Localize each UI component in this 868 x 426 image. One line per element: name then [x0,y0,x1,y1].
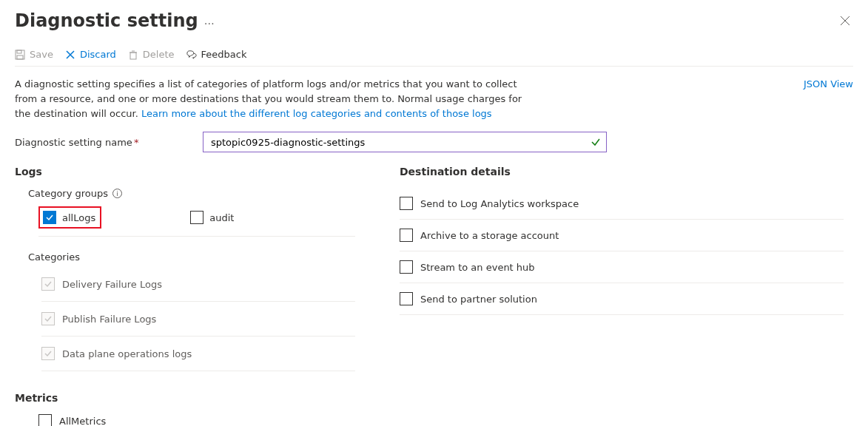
checkbox-icon [400,292,413,305]
delete-label: Delete [143,49,175,60]
checkbox-icon [190,211,203,224]
checkbox-disabled-icon [41,277,55,291]
alllogs-checkbox-item[interactable]: allLogs [43,211,95,224]
json-view-link[interactable]: JSON View [804,77,853,89]
logs-heading: Logs [15,166,355,178]
destination-label: Stream to an event hub [420,262,535,273]
discard-button[interactable]: Discard [65,49,116,60]
checkbox-icon [400,260,413,274]
allmetrics-checkbox-item[interactable]: AllMetrics [38,414,355,426]
page-header: Diagnostic setting … [15,10,853,31]
close-button[interactable] [837,13,853,29]
destination-item[interactable]: Send to Log Analytics workspace [400,188,844,220]
save-label: Save [30,49,53,60]
save-button[interactable]: Save [15,49,53,60]
feedback-button[interactable]: Feedback [186,49,247,60]
destinations-list: Send to Log Analytics workspace Archive … [400,188,844,315]
categories-list: Delivery Failure Logs Publish Failure Lo… [41,267,355,371]
feedback-label: Feedback [201,49,247,60]
valid-check-icon [591,137,601,147]
destination-label: Send to partner solution [420,294,537,305]
category-label: Delivery Failure Logs [62,279,162,290]
toolbar: Save Discard Delete Feedback [15,49,853,67]
info-icon[interactable]: i [112,189,122,198]
svg-rect-2 [17,55,23,59]
more-actions-button[interactable]: … [204,15,215,27]
setting-name-input[interactable] [203,132,607,152]
delete-button[interactable]: Delete [128,49,175,60]
category-groups-label: Category groups i [28,188,355,199]
category-groups-row: allLogs audit [38,206,355,237]
save-icon [15,50,25,60]
svg-rect-3 [130,53,136,59]
delete-icon [128,50,138,60]
feedback-icon [186,50,197,60]
alllogs-label: allLogs [62,212,95,223]
discard-icon [65,50,75,60]
setting-name-row: Diagnostic setting name* [15,132,853,152]
svg-rect-1 [17,50,21,53]
category-item[interactable]: Publish Failure Logs [41,302,355,337]
checkbox-disabled-icon [41,347,55,360]
destination-item[interactable]: Send to partner solution [400,283,844,315]
setting-name-label: Diagnostic setting name* [15,137,192,148]
category-item[interactable]: Data plane operations logs [41,337,355,371]
metrics-heading: Metrics [15,392,355,404]
destinations-heading: Destination details [400,166,844,178]
audit-checkbox-item[interactable]: audit [190,206,234,229]
learn-more-link[interactable]: Learn more about the different log categ… [141,108,492,119]
category-item[interactable]: Delivery Failure Logs [41,267,355,302]
setting-name-input-wrap [203,132,607,152]
discard-label: Discard [80,49,116,60]
category-label: Publish Failure Logs [62,314,156,325]
checkbox-disabled-icon [41,312,55,325]
close-icon [840,16,850,26]
destination-item[interactable]: Stream to an event hub [400,251,844,283]
page-title: Diagnostic setting [15,10,198,31]
checkbox-icon [400,197,413,210]
checkbox-icon [38,414,52,426]
main-columns: Logs Category groups i allLogs audit Cat… [15,166,853,426]
destinations-column: Destination details Send to Log Analytic… [400,166,844,315]
categories-label: Categories [28,251,355,263]
title-group: Diagnostic setting … [15,10,215,31]
category-label: Data plane operations logs [62,348,192,359]
audit-label: audit [209,212,234,223]
description-text: A diagnostic setting specifies a list of… [15,77,533,121]
allmetrics-label: AllMetrics [59,416,106,426]
alllogs-highlight: allLogs [38,206,101,229]
destination-label: Archive to a storage account [420,230,559,241]
logs-column: Logs Category groups i allLogs audit Cat… [15,166,355,426]
required-asterisk: * [134,137,139,148]
description-row: A diagnostic setting specifies a list of… [15,77,853,121]
destination-label: Send to Log Analytics workspace [420,198,579,209]
checkbox-checked-icon [43,211,56,224]
checkbox-icon [400,229,413,242]
destination-item[interactable]: Archive to a storage account [400,220,844,251]
